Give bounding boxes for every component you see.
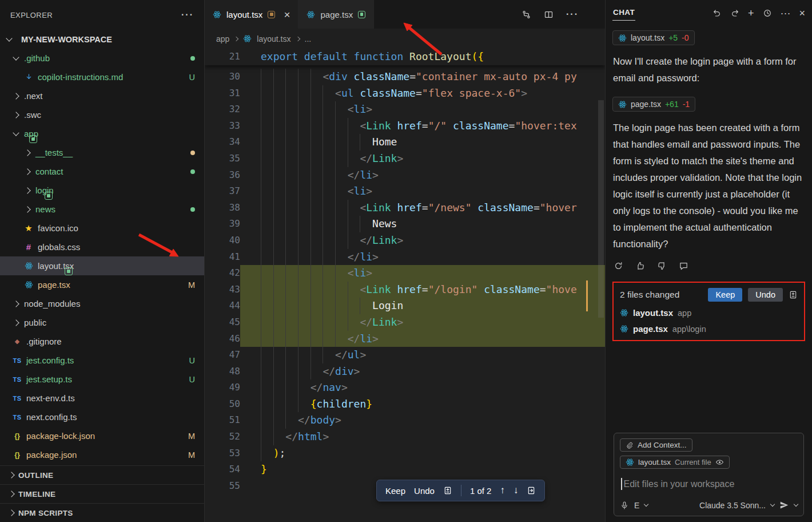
tree-item-login[interactable]: login — [0, 181, 204, 200]
chevron-down-icon[interactable] — [644, 502, 648, 507]
code-line-37[interactable]: 37 <li> — [205, 183, 605, 200]
tab-page-tsx[interactable]: page.tsx — [298, 0, 374, 29]
more-actions-icon[interactable]: ··· — [781, 8, 791, 18]
code-editor[interactable]: 21export default function RootLayout({ 3… — [205, 49, 605, 522]
chevron-down-icon[interactable] — [794, 502, 798, 507]
changed-file-chip[interactable]: layout.tsx +5 -0 — [612, 30, 695, 45]
tree-item-node_modules[interactable]: node_modules — [0, 294, 204, 313]
tree-item-next.config.ts[interactable]: TSnext.config.ts — [0, 408, 204, 426]
view-diff-icon[interactable] — [789, 290, 798, 299]
code-line-33[interactable]: 33 <Link href="/" className="hover:tex — [205, 118, 605, 135]
diff-file-icon[interactable] — [443, 486, 452, 495]
code-line-21[interactable]: 21export default function RootLayout({ — [205, 49, 605, 65]
code-line-41[interactable]: 41 </li> — [205, 249, 605, 266]
code-line-48[interactable]: 48 </div> — [205, 363, 605, 380]
code-line-42[interactable]: 42 <li> — [205, 265, 605, 282]
changed-file-chip[interactable]: page.tsx +61 -1 — [612, 97, 695, 112]
tree-item-contact[interactable]: contact — [0, 162, 204, 181]
tab-layout-tsx[interactable]: layout.tsx × — [205, 0, 298, 29]
code-line-54[interactable]: 54} — [205, 461, 605, 478]
code-line-46[interactable]: 46 </li> — [205, 331, 605, 347]
tree-item-jest.config.ts[interactable]: TSjest.config.tsU — [0, 351, 204, 370]
mode-picker-label[interactable]: E — [634, 501, 639, 510]
code-line-30[interactable]: 30 <div className="container mx-auto px-… — [205, 69, 605, 85]
breadcrumb-item[interactable]: layout.tsx — [257, 34, 290, 43]
add-context-button[interactable]: Add Context... — [620, 438, 692, 452]
tree-item-favicon.ico[interactable]: ★favicon.ico — [0, 219, 204, 238]
chevron-down-icon[interactable] — [770, 502, 775, 507]
tree-item-package-lock.json[interactable]: {}package-lock.jsonM — [0, 426, 204, 445]
chat-input-box[interactable]: Add Context... layout.tsx Current file E… — [614, 433, 804, 516]
workspace-root[interactable]: MY-NEW-WORKSPACE — [0, 30, 204, 49]
send-icon[interactable] — [779, 500, 789, 510]
changed-file-row[interactable]: layout.tsx app — [620, 308, 798, 318]
model-picker[interactable]: Claude 3.5 Sonn... — [699, 501, 766, 510]
tree-item-app[interactable]: app — [0, 124, 204, 143]
history-icon[interactable] — [763, 9, 772, 18]
undo-button[interactable]: Undo — [414, 486, 435, 496]
microphone-icon[interactable] — [620, 501, 629, 510]
section-timeline[interactable]: TIMELINE — [0, 484, 204, 503]
tree-item-.gitignore[interactable]: ◆.gitignore — [0, 332, 204, 351]
chat-tab[interactable]: CHAT — [612, 6, 635, 21]
keep-button[interactable]: Keep — [385, 486, 405, 496]
code-line-34[interactable]: 34 Home — [205, 134, 605, 151]
redo-icon[interactable] — [730, 9, 739, 18]
tree-item-.next[interactable]: .next — [0, 86, 204, 105]
changed-file-row[interactable]: page.tsx app\login — [620, 324, 798, 334]
breadcrumb-item[interactable]: app — [216, 34, 229, 43]
go-to-file-icon[interactable] — [527, 486, 536, 495]
scrollbar-thumb[interactable] — [598, 100, 604, 318]
code-line-38[interactable]: 38 <Link href="/news" className="hover — [205, 200, 605, 216]
chat-text-input[interactable]: Edit files in your workspace — [621, 478, 797, 490]
tree-item-globals.css[interactable]: #globals.css — [0, 238, 204, 256]
tree-item-__tests__[interactable]: __tests__ — [0, 143, 204, 162]
open-changes-icon[interactable] — [522, 10, 531, 19]
code-line-51[interactable]: 51 </body> — [205, 412, 605, 429]
tree-item-package.json[interactable]: {}package.jsonM — [0, 445, 204, 464]
code-line-31[interactable]: 31 <ul className="flex space-x-6"> — [205, 85, 605, 102]
more-actions-icon[interactable]: ··· — [181, 10, 194, 20]
tree-item-.swc[interactable]: .swc — [0, 105, 204, 124]
tree-item-.github[interactable]: .github — [0, 49, 204, 68]
code-line-45[interactable]: 45 </Link> — [205, 314, 605, 331]
tree-item-jest.setup.ts[interactable]: TSjest.setup.tsU — [0, 370, 204, 389]
code-line-43[interactable]: 43 <Link href="/login" className="hove — [205, 282, 605, 298]
close-icon[interactable]: × — [799, 8, 805, 18]
new-chat-icon[interactable]: + — [748, 8, 754, 18]
code-line-36[interactable]: 36 </li> — [205, 167, 605, 184]
code-line-52[interactable]: 52 </html> — [205, 429, 605, 445]
tree-item-next-env.d.ts[interactable]: TSnext-env.d.ts — [0, 389, 204, 408]
code-line-49[interactable]: 49 </nav> — [205, 379, 605, 396]
keep-all-button[interactable]: Keep — [708, 288, 742, 302]
thumbs-down-icon[interactable] — [657, 261, 667, 271]
code-line-35[interactable]: 35 </Link> — [205, 151, 605, 167]
more-actions-icon[interactable]: ··· — [566, 9, 579, 19]
tree-item-layout.tsx[interactable]: layout.tsx — [0, 256, 204, 275]
breadcrumb-item[interactable]: ... — [305, 34, 312, 43]
next-change-icon[interactable]: ↓ — [514, 485, 519, 496]
feedback-comment-icon[interactable] — [679, 261, 688, 271]
section-outline[interactable]: OUTLINE — [0, 465, 204, 484]
code-line-53[interactable]: 53 ); — [205, 445, 605, 462]
code-line-50[interactable]: 50 {children} — [205, 396, 605, 413]
previous-change-icon[interactable]: ↑ — [500, 485, 505, 496]
tree-item-page.tsx[interactable]: page.tsxM — [0, 275, 204, 294]
undo-icon[interactable] — [713, 9, 722, 18]
code-line-32[interactable]: 32 <li> — [205, 101, 605, 118]
undo-all-button[interactable]: Undo — [748, 288, 783, 302]
regenerate-icon[interactable] — [614, 261, 623, 271]
current-file-context-chip[interactable]: layout.tsx Current file — [620, 456, 730, 469]
code-line-39[interactable]: 39 News — [205, 216, 605, 232]
code-line-47[interactable]: 47 </ul> — [205, 347, 605, 363]
close-tab-icon[interactable]: × — [284, 9, 290, 20]
section-npm-scripts[interactable]: NPM SCRIPTS — [0, 503, 204, 522]
code-line-40[interactable]: 40 </Link> — [205, 232, 605, 249]
eye-icon[interactable] — [715, 458, 724, 466]
thumbs-up-icon[interactable] — [635, 261, 645, 271]
tree-item-public[interactable]: public — [0, 313, 204, 332]
code-line-44[interactable]: 44 Login — [205, 298, 605, 314]
tree-item-copilot-instructions.md[interactable]: copilot-instructions.mdU — [0, 68, 204, 86]
tree-item-news[interactable]: news — [0, 200, 204, 219]
split-editor-icon[interactable] — [544, 10, 554, 19]
